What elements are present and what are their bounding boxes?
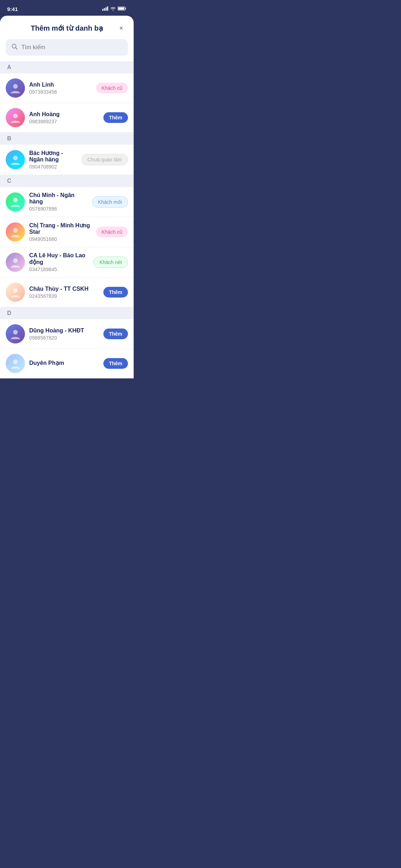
badge-khach-moi: Khách mới [92, 196, 128, 208]
modal-title: Thêm mới từ danh bạ [18, 24, 116, 32]
contact-name: Châu Thùy - TT CSKH [29, 286, 99, 292]
section-header-d: D [0, 307, 134, 319]
contact-info: Chú Minh - Ngân hàng0578907896 [29, 192, 88, 212]
modal-container: Thêm mới từ danh bạ × A Anh Linh09738334… [0, 16, 134, 378]
status-icons [102, 6, 127, 12]
contact-item: Chú Minh - Ngân hàng0578907896Khách mới [0, 187, 134, 217]
status-bar: 9:41 [0, 0, 134, 16]
badge-khach-net: Khách nét [93, 257, 128, 268]
svg-line-7 [16, 48, 17, 50]
contact-info: Châu Thùy - TT CSKH0243567839 [29, 286, 99, 299]
wifi-icon [110, 6, 116, 12]
badge-them[interactable]: Thêm [103, 112, 128, 123]
contact-phone: 0904708902 [29, 164, 77, 170]
avatar [6, 150, 25, 169]
contact-name: Duyên Phạm [29, 360, 99, 366]
contact-phone: 0988567820 [29, 335, 99, 341]
svg-point-8 [13, 84, 18, 89]
avatar [6, 192, 25, 212]
contact-name: CA Lê Huy - Báo Lao động [29, 252, 89, 265]
contact-name: Bác Hương - Ngân hàng [29, 150, 77, 163]
badge-chua-quan-tam: Chưa quan tâm [81, 154, 128, 165]
contact-info: Chị Trang - Minh Hưng Star0949051680 [29, 222, 92, 242]
contact-item: Anh Linh0973833456Khách cũ [0, 73, 134, 103]
avatar [6, 283, 25, 302]
avatar [6, 324, 25, 343]
svg-rect-0 [102, 9, 103, 11]
badge-khach-cu: Khách cũ [96, 83, 128, 93]
modal-header: Thêm mới từ danh bạ × [0, 16, 134, 39]
contact-item: Bác Hương - Ngân hàng0904708902Chưa quan… [0, 145, 134, 175]
badge-them[interactable]: Thêm [103, 329, 128, 339]
search-container [0, 39, 134, 61]
avatar [6, 222, 25, 242]
svg-point-12 [13, 228, 18, 233]
contact-info: Dũng Hoàng - KHĐT0988567820 [29, 327, 99, 341]
svg-point-15 [13, 330, 18, 335]
contact-item: Chị Trang - Minh Hưng Star0949051680Khác… [0, 217, 134, 247]
search-input[interactable] [21, 44, 122, 51]
avatar [6, 108, 25, 127]
section-header-b: B [0, 133, 134, 145]
search-bar [6, 39, 128, 56]
svg-point-16 [13, 360, 18, 364]
avatar [6, 78, 25, 98]
status-time: 9:41 [7, 6, 18, 12]
contact-item: Châu Thùy - TT CSKH0243567839Thêm [0, 278, 134, 307]
svg-rect-1 [104, 8, 105, 11]
contact-phone: 0973833456 [29, 89, 92, 95]
avatar [6, 253, 25, 272]
section-header-a: A [0, 61, 134, 73]
contact-item: CA Lê Huy - Báo Lao động0347189845Khách … [0, 247, 134, 278]
contact-info: Anh Hoàng0983889237 [29, 111, 99, 124]
badge-them[interactable]: Thêm [103, 287, 128, 298]
avatar [6, 354, 25, 373]
svg-point-11 [13, 198, 18, 202]
svg-point-10 [13, 156, 18, 160]
contact-info: CA Lê Huy - Báo Lao động0347189845 [29, 252, 89, 272]
contact-name: Anh Hoàng [29, 111, 99, 118]
contact-info: Bác Hương - Ngân hàng0904708902 [29, 150, 77, 170]
contact-item: Duyên PhạmThêm [0, 349, 134, 378]
contact-phone: 0243567839 [29, 293, 99, 299]
section-header-c: C [0, 175, 134, 187]
contact-item: Dũng Hoàng - KHĐT0988567820Thêm [0, 319, 134, 349]
svg-rect-2 [106, 7, 107, 11]
contact-name: Chị Trang - Minh Hưng Star [29, 222, 92, 235]
svg-point-13 [13, 258, 18, 263]
battery-icon [118, 6, 127, 12]
search-icon [11, 43, 18, 51]
contact-name: Chú Minh - Ngân hàng [29, 192, 88, 205]
badge-khach-cu: Khách cũ [96, 227, 128, 237]
badge-them[interactable]: Thêm [103, 358, 128, 369]
contact-phone: 0578907896 [29, 206, 88, 212]
contact-phone: 0949051680 [29, 236, 92, 242]
contact-name: Dũng Hoàng - KHĐT [29, 327, 99, 334]
contact-info: Anh Linh0973833456 [29, 82, 92, 95]
svg-point-14 [13, 288, 18, 293]
signal-icon [102, 6, 108, 12]
svg-point-9 [13, 114, 18, 118]
contact-phone: 0983889237 [29, 119, 99, 124]
contact-info: Duyên Phạm [29, 360, 99, 367]
contact-name: Anh Linh [29, 82, 92, 88]
svg-rect-5 [118, 7, 124, 10]
svg-rect-3 [107, 6, 108, 11]
close-button[interactable]: × [116, 23, 127, 33]
contact-list: A Anh Linh0973833456Khách cũ Anh Hoàng09… [0, 61, 134, 378]
contact-item: Anh Hoàng0983889237Thêm [0, 103, 134, 133]
contact-phone: 0347189845 [29, 267, 89, 272]
